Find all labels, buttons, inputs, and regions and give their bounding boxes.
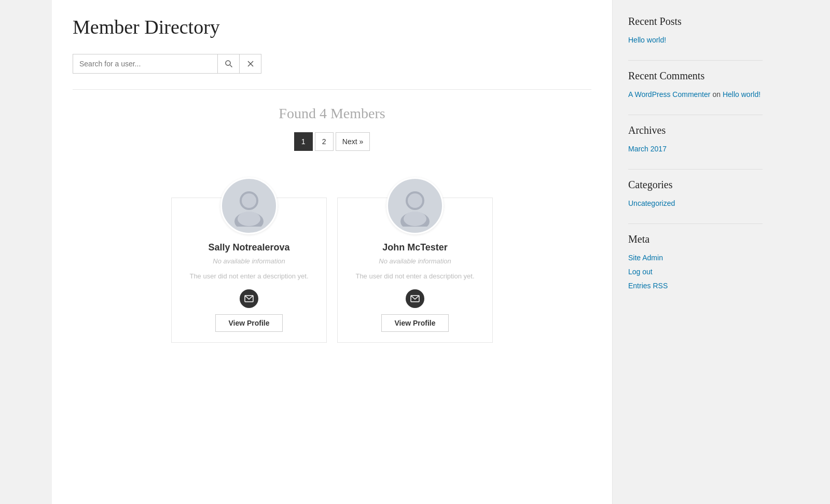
view-profile-button[interactable]: View Profile [215,314,282,332]
meta-entries-rss[interactable]: Entries RSS [628,281,763,291]
member-info: No available information [379,257,451,265]
sidebar-divider [628,223,763,224]
sidebar: Recent Posts Hello world! Recent Comment… [612,0,778,504]
sidebar-divider [628,115,763,115]
member-name: Sally Notrealerova [208,242,289,253]
recent-comment-item: A WordPress Commenter on Hello world! [628,89,763,100]
search-icon [225,60,233,68]
found-members-label: Found 4 Members [73,105,591,122]
close-icon [247,60,254,67]
archives-section: Archives March 2017 [628,124,763,155]
search-input[interactable] [73,54,218,74]
member-description: The user did not enter a description yet… [179,271,319,282]
default-avatar-icon [228,185,270,227]
page-1-button[interactable]: 1 [294,132,313,151]
meta-heading: Meta [628,233,763,245]
recent-posts-heading: Recent Posts [628,16,763,27]
meta-log-out[interactable]: Log out [628,267,763,277]
comment-post-link[interactable]: Hello world! [723,90,760,99]
member-description: The user did not enter a description yet… [345,271,485,282]
default-avatar-icon [394,185,436,227]
member-card: Sally Notrealerova No available informat… [171,198,327,343]
entries-rss-text: Entries RSS [628,282,668,290]
page-2-button[interactable]: 2 [315,132,334,151]
page-title: Member Directory [73,16,591,38]
member-cards-container: Sally Notrealerova No available informat… [73,172,591,343]
member-name: John McTester [382,242,448,253]
search-button[interactable] [218,54,240,74]
recent-posts-section: Recent Posts Hello world! [628,16,763,46]
categories-heading: Categories [628,179,763,191]
email-icon-button[interactable] [406,289,424,308]
email-icon [410,294,420,303]
view-profile-button[interactable]: View Profile [381,314,448,332]
next-page-button[interactable]: Next » [336,132,370,151]
sidebar-divider [628,60,763,61]
avatar [220,177,278,234]
search-area [73,54,591,90]
categories-section: Categories Uncategorized [628,179,763,209]
svg-point-7 [238,212,260,226]
meta-site-admin[interactable]: Site Admin [628,253,763,263]
comment-author-link[interactable]: A WordPress Commenter [628,90,710,99]
svg-point-6 [242,193,256,208]
svg-point-11 [408,193,422,208]
comment-on-text: on [712,90,722,99]
email-icon [244,294,254,303]
sidebar-link-hello-world[interactable]: Hello world! [628,35,763,46]
member-info: No available information [213,257,285,265]
meta-section: Meta Site Admin Log out Entries RSS [628,233,763,291]
svg-point-0 [226,61,230,65]
recent-comments-section: Recent Comments A WordPress Commenter on… [628,70,763,100]
archive-march-2017[interactable]: March 2017 [628,144,763,155]
pagination: 1 2 Next » [73,132,591,151]
category-uncategorized[interactable]: Uncategorized [628,198,763,209]
member-card: John McTester No available information T… [337,198,493,343]
clear-button[interactable] [240,54,261,74]
archives-heading: Archives [628,124,763,136]
recent-comments-heading: Recent Comments [628,70,763,82]
sidebar-divider [628,169,763,170]
svg-line-1 [230,65,232,67]
main-content: Member Directory Found 4 Members 1 2 Nex… [52,0,612,504]
svg-point-12 [404,212,426,226]
email-icon-button[interactable] [240,289,258,308]
avatar [386,177,444,234]
